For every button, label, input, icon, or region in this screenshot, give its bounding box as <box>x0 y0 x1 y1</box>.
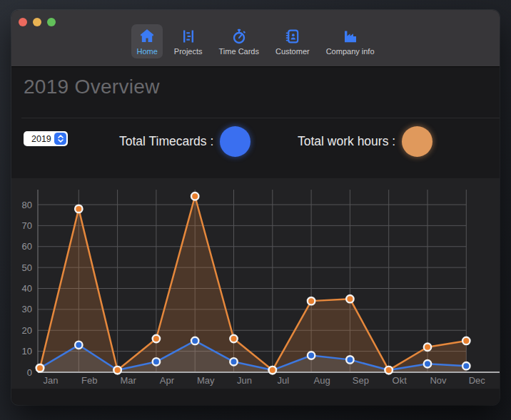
home-icon <box>138 28 156 45</box>
year-select-value: 2019 <box>31 134 51 144</box>
chart-panel: 01020304050607080JanFebMarAprMayJunJulAu… <box>11 178 500 389</box>
y-tick-label: 40 <box>22 283 32 294</box>
x-tick-label: Okt <box>393 375 408 386</box>
x-tick-label: Apr <box>160 375 175 386</box>
point-total-work-hours-Dec[interactable] <box>462 337 470 344</box>
y-tick-label: 20 <box>22 325 32 336</box>
point-total-work-hours-Okt[interactable] <box>385 367 393 374</box>
legend-label: Total work hours : <box>298 134 395 149</box>
toolbar-item-label: Customer <box>275 47 310 56</box>
toolbar-item-customer[interactable]: Customer <box>270 24 315 58</box>
overview-chart: 01020304050607080JanFebMarAprMayJunJulAu… <box>11 178 500 389</box>
toolbar-item-label: Time Cards <box>219 47 259 56</box>
legend-label: Total Timecards : <box>119 134 213 149</box>
app-window: Home Projects <box>11 10 500 405</box>
toolbar: Home Projects <box>11 24 500 58</box>
x-tick-label: Jan <box>44 375 59 386</box>
point-total-work-hours-Nov[interactable] <box>424 344 431 351</box>
year-select[interactable]: 2019 <box>24 131 68 146</box>
stepper-icon <box>54 133 66 145</box>
x-tick-label: Nov <box>430 375 447 386</box>
point-total-work-hours-Sep[interactable] <box>346 295 353 302</box>
point-total-work-hours-Jul[interactable] <box>269 367 276 374</box>
point-total-work-hours-Apr[interactable] <box>153 335 160 342</box>
x-tick-label: Jul <box>277 375 289 386</box>
titlebar-toolbar: Home Projects <box>11 10 500 67</box>
workhours-color-swatch <box>402 126 432 157</box>
y-tick-label: 60 <box>22 241 32 252</box>
point-total-work-hours-Mar[interactable] <box>113 367 121 374</box>
toolbar-item-companyinfo[interactable]: Company info <box>321 24 380 58</box>
toolbar-item-label: Home <box>136 47 157 56</box>
point-total-work-hours-Aug[interactable] <box>308 297 315 304</box>
point-total-work-hours-Jan[interactable] <box>36 364 44 372</box>
y-tick-label: 0 <box>27 367 32 378</box>
area-total-work-hours <box>40 196 466 372</box>
point-total-timecards-Aug[interactable] <box>308 352 315 359</box>
divider <box>21 118 500 118</box>
point-total-timecards-Dec[interactable] <box>462 362 470 369</box>
y-tick-label: 70 <box>22 220 32 231</box>
y-tick-label: 30 <box>22 304 32 314</box>
point-total-timecards-Feb[interactable] <box>75 342 82 349</box>
x-tick-label: Mar <box>120 375 136 386</box>
point-total-work-hours-May[interactable] <box>191 193 198 200</box>
x-tick-label: Dec <box>469 375 486 386</box>
stopwatch-icon <box>231 28 248 45</box>
point-total-timecards-Jun[interactable] <box>230 358 237 365</box>
x-tick-label: Aug <box>314 375 330 386</box>
toolbar-item-projects[interactable]: Projects <box>169 24 208 58</box>
point-total-timecards-Nov[interactable] <box>424 360 431 367</box>
legend-workhours: Total work hours : <box>298 125 432 158</box>
y-tick-label: 10 <box>22 346 32 357</box>
timecards-color-swatch <box>220 126 251 157</box>
factory-icon <box>341 28 360 45</box>
point-total-timecards-Apr[interactable] <box>153 358 160 365</box>
point-total-timecards-Sep[interactable] <box>346 356 353 363</box>
x-tick-label: May <box>197 375 215 386</box>
toolbar-item-label: Company info <box>326 47 375 56</box>
point-total-work-hours-Feb[interactable] <box>75 205 82 212</box>
x-tick-label: Jun <box>237 375 252 386</box>
toolbar-item-home[interactable]: Home <box>131 24 162 58</box>
address-book-icon <box>284 28 301 45</box>
projects-icon <box>180 28 197 45</box>
page-title: 2019 Overview <box>24 76 160 98</box>
chart-areas <box>40 196 466 372</box>
legend-timecards: Total Timecards : <box>119 125 251 158</box>
x-tick-label: Feb <box>81 375 97 386</box>
y-tick-label: 50 <box>22 262 32 273</box>
toolbar-item-label: Projects <box>174 47 203 56</box>
point-total-work-hours-Jun[interactable] <box>230 335 237 342</box>
point-total-timecards-May[interactable] <box>191 337 198 344</box>
x-tick-label: Sep <box>353 375 369 386</box>
main-content: 2019 Overview 2019 Total Timecards : Tot… <box>11 67 500 404</box>
y-tick-label: 80 <box>22 200 32 210</box>
toolbar-item-timecards[interactable]: Time Cards <box>214 24 264 58</box>
